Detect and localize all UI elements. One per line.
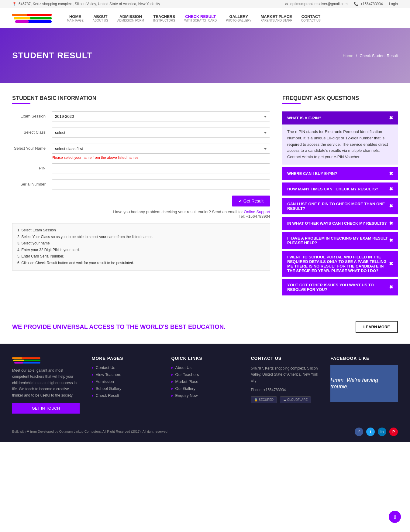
faq-icon-5: ✖ [389,220,393,226]
list-item: Enquiry Now [171,393,239,398]
footer-about-col: Meet our able, gallant and most competen… [12,356,80,414]
footer-result-link[interactable]: Check Result [96,393,119,398]
faq-question-4: CAN I USE ONE E-PIN TO CHECK MORE THAN O… [287,202,389,211]
footer-enquiry-link[interactable]: Enquiry Now [175,393,198,398]
page-title: STUDENT RESULT [12,51,343,60]
faq-section-title: FREQUENT ASK QUESTIONS [282,95,398,101]
social-icons: f t in P [355,428,398,436]
nav-contact[interactable]: CONTACT CONTACT US [301,14,321,22]
instruction-4: 4. Enter your 32 Digit PIN in your card. [17,247,265,254]
logo-svg [12,12,55,24]
help-pre-text: Have you had any problem checking your r… [113,210,243,214]
select-class-dropdown[interactable]: select [52,128,270,138]
select-class-row: Select Class select [12,128,270,138]
faq-icon-6: ✖ [389,237,393,243]
faq-item-3: HOW MANY TIMES CAN I CHECK MY RESULTS? ✖ [282,182,398,196]
faq-icon-8: ✖ [389,284,393,290]
svg-rect-10 [13,360,24,361]
facebook-icon[interactable]: f [355,428,363,436]
faq-toggle-5[interactable]: IN WHAT OTHER WAYS CAN I CHECK MY RESULT… [282,217,398,230]
nav-admission[interactable]: ADMISSION ADMISSION FORM [117,14,144,22]
contact-phone: Phone: +1564783934 [251,387,318,393]
footer-our-gallery-link[interactable]: Our Gallery [175,386,195,391]
more-pages-list: Contact Us View Teachers Admission Schoo… [92,365,159,398]
faq-item-1: WHAT IS A E-PIN? ✖ The e-PIN stands for … [282,111,398,165]
nav-home[interactable]: HOME MAIN PAGE [67,14,84,22]
phone-label: Phone: [251,388,263,392]
instruction-2: 2. Select Your Class so as you to be abl… [17,234,265,240]
faq-toggle-4[interactable]: CAN I USE ONE E-PIN TO CHECK MORE THAN O… [282,198,398,214]
faq-toggle-1[interactable]: WHAT IS A E-PIN? ✖ [282,111,398,124]
pinterest-icon[interactable]: P [389,428,398,436]
quick-links-title: QUICK LINKS [171,356,239,361]
select-name-dropdown[interactable]: select class first [52,144,270,154]
footer-admission-link[interactable]: Admission [96,379,114,384]
learn-more-button[interactable]: LEARN MORE [356,321,398,333]
instruction-5: 5. Enter Card Serial Number. [17,253,265,260]
hero-content: STUDENT RESULT [12,51,343,60]
address-text: 546787, Kertz shopping complext, Silicon… [19,2,160,6]
footer-market-link[interactable]: Market Place [175,379,198,384]
more-pages-title: MORE PAGES [92,356,159,361]
list-item: View Teachers [92,372,159,377]
faq-panel: FREQUENT ASK QUESTIONS WHAT IS A E-PIN? … [282,95,398,298]
faq-question-6: I HAVE A PROBLEM IN CHECKING MY EXAM RES… [287,236,389,245]
faq-title-underline [282,103,301,104]
pin-input[interactable] [52,163,270,173]
serial-label: Serial Number [12,182,52,187]
svg-rect-4 [14,17,30,19]
faq-toggle-8[interactable]: YOUT GOT OTHER ISSUES YOU WANT US TO RES… [282,279,398,295]
footer-our-teachers-link[interactable]: Our Teachers [175,372,199,377]
faq-toggle-6[interactable]: I HAVE A PROBLEM IN CHECKING MY EXAM RES… [282,232,398,249]
instruction-1: 1. Select Exam Session [17,227,265,234]
faq-item-6: I HAVE A PROBLEM IN CHECKING MY EXAM RES… [282,232,398,249]
serial-input[interactable] [52,179,270,189]
logo[interactable] [12,11,55,25]
faq-icon-2: ✖ [389,171,393,176]
contact-col-title: CONTACT US [251,356,318,361]
faq-question-7: I WENT TO SCHOOL PORTAL AND FILLED IN TH… [287,255,389,273]
nav-market[interactable]: MARKET PLACE PARENTS AND STAFF [260,14,292,22]
footer-about-link[interactable]: About Us [175,365,191,370]
footer-facebook-col: FACEBOOK LIKE Hmm. We're having trouble. [330,356,398,414]
footer-bottom: Built with ❤ from Developed by Optimum L… [12,423,398,436]
linkedin-icon[interactable]: in [378,428,386,436]
nav-about[interactable]: ABOUT ABOUT US [93,14,108,22]
faq-toggle-2[interactable]: WHERE CAN I BUY E-PIN? ✖ [282,167,398,180]
form-section-title: STUDENT BASIC INFORMATION [12,95,270,101]
footer-teachers-link[interactable]: View Teachers [96,372,121,377]
faq-item-2: WHERE CAN I BUY E-PIN? ✖ [282,167,398,180]
main-nav: HOME MAIN PAGE ABOUT ABOUT US ADMISSION … [67,14,398,22]
get-in-touch-button[interactable]: GET IN TOUCH [12,403,80,414]
instruction-3: 3. Select your name [17,240,265,247]
get-result-label: Get Result [243,199,264,203]
faq-icon-4: ✖ [389,203,393,209]
get-result-button[interactable]: ✔ Get Result [232,196,270,206]
faq-toggle-3[interactable]: HOW MANY TIMES CAN I CHECK MY RESULTS? ✖ [282,182,398,196]
facebook-widget[interactable]: Hmm. We're having trouble. [330,365,398,402]
online-support-link[interactable]: Online Support [244,210,270,214]
nav-check-result[interactable]: CHECK RESULT WITH SCRATCH CARD [184,14,217,22]
pin-label: PIN [12,165,52,171]
exam-session-select[interactable]: 2019-2020 [52,111,270,121]
breadcrumb-home[interactable]: Home [343,53,353,58]
twitter-icon[interactable]: t [366,428,375,436]
select-name-label: Select Your Name [12,146,52,151]
login-link[interactable]: Login [389,2,398,6]
faq-item-5: IN WHAT OTHER WAYS CAN I CHECK MY RESULT… [282,217,398,230]
cloudflare-badge: ☁ CLOUDFLARE [280,396,311,403]
fb-title: FACEBOOK LIKE [330,356,398,361]
select-name-row: Select Your Name select class first [12,144,270,154]
faq-item-7: I WENT TO SCHOOL PORTAL AND FILLED IN TH… [282,251,398,277]
serial-row: Serial Number [12,179,270,189]
footer-contact-link[interactable]: Contact Us [96,365,115,370]
svg-rect-3 [12,14,27,16]
main-content: STUDENT BASIC INFORMATION Exam Session 2… [0,83,410,310]
top-bar: 546787, Kertz shopping complext, Silicon… [0,0,410,8]
footer-more-pages-col: MORE PAGES Contact Us View Teachers Admi… [92,356,159,414]
footer-gallery-link[interactable]: School Gallery [96,386,122,391]
breadcrumb-separator: / [356,53,358,58]
nav-gallery[interactable]: GALLERY PHOTO GALLERY [226,14,251,22]
nav-teachers[interactable]: TEACHERS INSTRUCTORS [153,14,175,22]
faq-toggle-7[interactable]: I WENT TO SCHOOL PORTAL AND FILLED IN TH… [282,251,398,277]
